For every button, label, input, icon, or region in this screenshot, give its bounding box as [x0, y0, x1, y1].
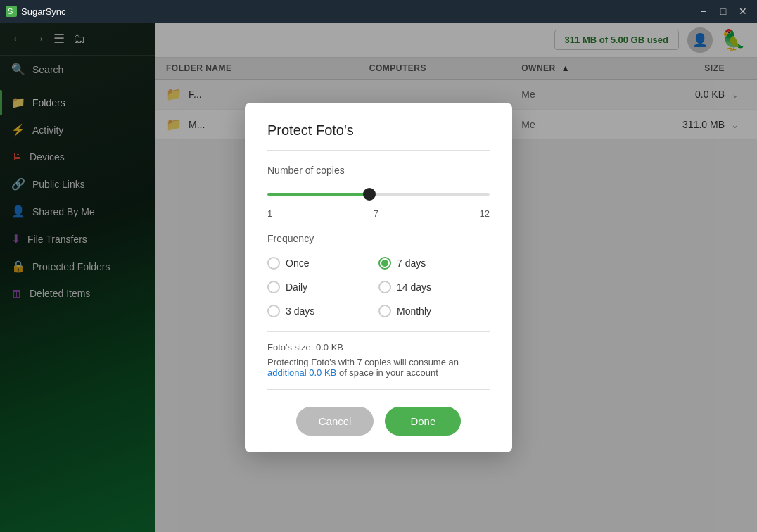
slider-thumb[interactable]: [363, 188, 376, 201]
dialog-title: Protect Foto's: [267, 122, 490, 151]
frequency-label: Frequency: [267, 233, 490, 244]
radio-circle-once: [267, 257, 280, 270]
slider-mid-label: 7: [374, 208, 378, 219]
radio-circle-14days: [378, 281, 391, 293]
frequency-section: Frequency Once 7 days Daily: [267, 233, 490, 320]
radio-label-3days: 3 days: [286, 305, 314, 317]
radio-once[interactable]: Once: [267, 254, 378, 272]
radio-label-daily: Daily: [286, 281, 307, 293]
slider-container: [267, 186, 490, 203]
copies-label: Number of copies: [267, 165, 490, 176]
protect-dialog: Protect Foto's Number of copies 1 7 12 F…: [245, 103, 512, 452]
close-button[interactable]: ✕: [734, 3, 751, 20]
radio-7days[interactable]: 7 days: [378, 254, 490, 272]
radio-label-7days: 7 days: [397, 258, 426, 269]
radio-circle-monthly: [378, 305, 391, 317]
dialog-info: Foto's size: 0.0 KB Protecting Foto's wi…: [267, 331, 490, 378]
done-button[interactable]: Done: [385, 407, 461, 436]
radio-monthly[interactable]: Monthly: [378, 302, 490, 320]
radio-3days[interactable]: 3 days: [267, 302, 378, 320]
slider-fill: [267, 193, 369, 196]
slider-max-label: 12: [480, 208, 490, 219]
cancel-button[interactable]: Cancel: [296, 407, 374, 436]
radio-daily[interactable]: Daily: [267, 278, 378, 296]
additional-space: additional 0.0 KB: [267, 367, 336, 378]
titlebar-controls: − □ ✕: [695, 3, 751, 20]
radio-circle-7days: [378, 257, 391, 270]
radio-label-once: Once: [286, 258, 309, 269]
minimize-button[interactable]: −: [695, 3, 712, 20]
radio-circle-3days: [267, 305, 280, 317]
app-logo-icon: S: [6, 6, 17, 17]
overlay: Protect Foto's Number of copies 1 7 12 F…: [0, 23, 757, 532]
dialog-divider: [267, 389, 490, 390]
app-title: SugarSync: [21, 6, 66, 17]
radio-circle-daily: [267, 281, 280, 293]
radio-14days[interactable]: 14 days: [378, 278, 490, 296]
maximize-button[interactable]: □: [715, 3, 732, 20]
size-info: Foto's size: 0.0 KB: [267, 342, 490, 353]
slider-labels: 1 7 12: [267, 208, 490, 219]
consume-info: Protecting Foto's with 7 copies will con…: [267, 357, 490, 378]
radio-label-monthly: Monthly: [397, 305, 431, 317]
titlebar-left: S SugarSync: [6, 6, 66, 17]
frequency-grid: Once 7 days Daily 14 days: [267, 254, 490, 320]
dialog-footer: Cancel Done: [267, 401, 490, 436]
titlebar: S SugarSync − □ ✕: [0, 0, 757, 23]
svg-text:S: S: [8, 7, 13, 15]
slider-min-label: 1: [267, 208, 272, 219]
radio-label-14days: 14 days: [397, 281, 431, 293]
